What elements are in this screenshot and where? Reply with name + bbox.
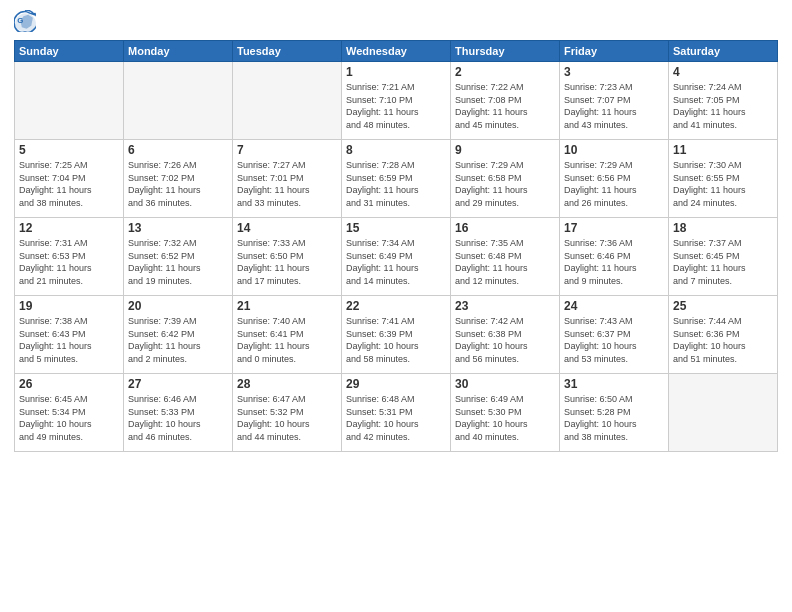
calendar-cell-18: 16Sunrise: 7:35 AM Sunset: 6:48 PM Dayli… bbox=[451, 218, 560, 296]
day-number: 14 bbox=[237, 221, 337, 235]
day-number: 28 bbox=[237, 377, 337, 391]
day-info: Sunrise: 7:39 AM Sunset: 6:42 PM Dayligh… bbox=[128, 315, 228, 365]
week-row-1: 1Sunrise: 7:21 AM Sunset: 7:10 PM Daylig… bbox=[15, 62, 778, 140]
day-info: Sunrise: 7:42 AM Sunset: 6:38 PM Dayligh… bbox=[455, 315, 555, 365]
day-number: 27 bbox=[128, 377, 228, 391]
calendar-cell-26: 24Sunrise: 7:43 AM Sunset: 6:37 PM Dayli… bbox=[560, 296, 669, 374]
day-number: 22 bbox=[346, 299, 446, 313]
day-info: Sunrise: 6:50 AM Sunset: 5:28 PM Dayligh… bbox=[564, 393, 664, 443]
day-number: 9 bbox=[455, 143, 555, 157]
day-info: Sunrise: 7:23 AM Sunset: 7:07 PM Dayligh… bbox=[564, 81, 664, 131]
calendar-cell-25: 23Sunrise: 7:42 AM Sunset: 6:38 PM Dayli… bbox=[451, 296, 560, 374]
calendar-cell-30: 28Sunrise: 6:47 AM Sunset: 5:32 PM Dayli… bbox=[233, 374, 342, 452]
day-number: 7 bbox=[237, 143, 337, 157]
calendar-cell-9: 7Sunrise: 7:27 AM Sunset: 7:01 PM Daylig… bbox=[233, 140, 342, 218]
day-info: Sunrise: 6:45 AM Sunset: 5:34 PM Dayligh… bbox=[19, 393, 119, 443]
week-row-4: 19Sunrise: 7:38 AM Sunset: 6:43 PM Dayli… bbox=[15, 296, 778, 374]
day-number: 4 bbox=[673, 65, 773, 79]
day-number: 3 bbox=[564, 65, 664, 79]
day-info: Sunrise: 7:24 AM Sunset: 7:05 PM Dayligh… bbox=[673, 81, 773, 131]
day-info: Sunrise: 6:46 AM Sunset: 5:33 PM Dayligh… bbox=[128, 393, 228, 443]
week-row-2: 5Sunrise: 7:25 AM Sunset: 7:04 PM Daylig… bbox=[15, 140, 778, 218]
calendar-cell-15: 13Sunrise: 7:32 AM Sunset: 6:52 PM Dayli… bbox=[124, 218, 233, 296]
col-header-friday: Friday bbox=[560, 41, 669, 62]
day-number: 2 bbox=[455, 65, 555, 79]
calendar-cell-11: 9Sunrise: 7:29 AM Sunset: 6:58 PM Daylig… bbox=[451, 140, 560, 218]
calendar-cell-5: 3Sunrise: 7:23 AM Sunset: 7:07 PM Daylig… bbox=[560, 62, 669, 140]
day-number: 16 bbox=[455, 221, 555, 235]
calendar-cell-16: 14Sunrise: 7:33 AM Sunset: 6:50 PM Dayli… bbox=[233, 218, 342, 296]
week-row-3: 12Sunrise: 7:31 AM Sunset: 6:53 PM Dayli… bbox=[15, 218, 778, 296]
calendar-cell-28: 26Sunrise: 6:45 AM Sunset: 5:34 PM Dayli… bbox=[15, 374, 124, 452]
day-info: Sunrise: 7:36 AM Sunset: 6:46 PM Dayligh… bbox=[564, 237, 664, 287]
calendar-cell-1 bbox=[124, 62, 233, 140]
day-number: 12 bbox=[19, 221, 119, 235]
day-number: 10 bbox=[564, 143, 664, 157]
logo-icon: G bbox=[14, 10, 36, 32]
calendar-cell-20: 18Sunrise: 7:37 AM Sunset: 6:45 PM Dayli… bbox=[669, 218, 778, 296]
col-header-wednesday: Wednesday bbox=[342, 41, 451, 62]
day-number: 11 bbox=[673, 143, 773, 157]
calendar-cell-34 bbox=[669, 374, 778, 452]
svg-text:G: G bbox=[17, 16, 23, 25]
day-info: Sunrise: 7:29 AM Sunset: 6:56 PM Dayligh… bbox=[564, 159, 664, 209]
day-number: 29 bbox=[346, 377, 446, 391]
day-number: 17 bbox=[564, 221, 664, 235]
day-number: 15 bbox=[346, 221, 446, 235]
calendar-cell-32: 30Sunrise: 6:49 AM Sunset: 5:30 PM Dayli… bbox=[451, 374, 560, 452]
col-header-saturday: Saturday bbox=[669, 41, 778, 62]
calendar-cell-3: 1Sunrise: 7:21 AM Sunset: 7:10 PM Daylig… bbox=[342, 62, 451, 140]
calendar-header-row: SundayMondayTuesdayWednesdayThursdayFrid… bbox=[15, 41, 778, 62]
calendar-cell-4: 2Sunrise: 7:22 AM Sunset: 7:08 PM Daylig… bbox=[451, 62, 560, 140]
day-number: 1 bbox=[346, 65, 446, 79]
day-info: Sunrise: 7:33 AM Sunset: 6:50 PM Dayligh… bbox=[237, 237, 337, 287]
calendar-cell-17: 15Sunrise: 7:34 AM Sunset: 6:49 PM Dayli… bbox=[342, 218, 451, 296]
day-info: Sunrise: 7:43 AM Sunset: 6:37 PM Dayligh… bbox=[564, 315, 664, 365]
week-row-5: 26Sunrise: 6:45 AM Sunset: 5:34 PM Dayli… bbox=[15, 374, 778, 452]
day-info: Sunrise: 7:27 AM Sunset: 7:01 PM Dayligh… bbox=[237, 159, 337, 209]
calendar-cell-21: 19Sunrise: 7:38 AM Sunset: 6:43 PM Dayli… bbox=[15, 296, 124, 374]
calendar-cell-14: 12Sunrise: 7:31 AM Sunset: 6:53 PM Dayli… bbox=[15, 218, 124, 296]
day-info: Sunrise: 7:40 AM Sunset: 6:41 PM Dayligh… bbox=[237, 315, 337, 365]
calendar-cell-6: 4Sunrise: 7:24 AM Sunset: 7:05 PM Daylig… bbox=[669, 62, 778, 140]
calendar-cell-10: 8Sunrise: 7:28 AM Sunset: 6:59 PM Daylig… bbox=[342, 140, 451, 218]
day-number: 21 bbox=[237, 299, 337, 313]
calendar-cell-13: 11Sunrise: 7:30 AM Sunset: 6:55 PM Dayli… bbox=[669, 140, 778, 218]
calendar-cell-23: 21Sunrise: 7:40 AM Sunset: 6:41 PM Dayli… bbox=[233, 296, 342, 374]
day-info: Sunrise: 7:41 AM Sunset: 6:39 PM Dayligh… bbox=[346, 315, 446, 365]
calendar-cell-7: 5Sunrise: 7:25 AM Sunset: 7:04 PM Daylig… bbox=[15, 140, 124, 218]
day-info: Sunrise: 7:29 AM Sunset: 6:58 PM Dayligh… bbox=[455, 159, 555, 209]
calendar-cell-22: 20Sunrise: 7:39 AM Sunset: 6:42 PM Dayli… bbox=[124, 296, 233, 374]
day-info: Sunrise: 7:25 AM Sunset: 7:04 PM Dayligh… bbox=[19, 159, 119, 209]
day-info: Sunrise: 7:37 AM Sunset: 6:45 PM Dayligh… bbox=[673, 237, 773, 287]
logo: G bbox=[14, 10, 40, 32]
calendar-cell-2 bbox=[233, 62, 342, 140]
calendar-table: SundayMondayTuesdayWednesdayThursdayFrid… bbox=[14, 40, 778, 452]
day-info: Sunrise: 7:31 AM Sunset: 6:53 PM Dayligh… bbox=[19, 237, 119, 287]
col-header-monday: Monday bbox=[124, 41, 233, 62]
calendar-container: G SundayMondayTuesdayWednesdayThursdayFr… bbox=[0, 0, 792, 612]
calendar-cell-33: 31Sunrise: 6:50 AM Sunset: 5:28 PM Dayli… bbox=[560, 374, 669, 452]
day-info: Sunrise: 7:38 AM Sunset: 6:43 PM Dayligh… bbox=[19, 315, 119, 365]
day-number: 23 bbox=[455, 299, 555, 313]
day-info: Sunrise: 7:21 AM Sunset: 7:10 PM Dayligh… bbox=[346, 81, 446, 131]
calendar-cell-12: 10Sunrise: 7:29 AM Sunset: 6:56 PM Dayli… bbox=[560, 140, 669, 218]
day-info: Sunrise: 7:32 AM Sunset: 6:52 PM Dayligh… bbox=[128, 237, 228, 287]
day-info: Sunrise: 6:47 AM Sunset: 5:32 PM Dayligh… bbox=[237, 393, 337, 443]
day-number: 6 bbox=[128, 143, 228, 157]
day-info: Sunrise: 7:44 AM Sunset: 6:36 PM Dayligh… bbox=[673, 315, 773, 365]
day-number: 8 bbox=[346, 143, 446, 157]
day-number: 5 bbox=[19, 143, 119, 157]
day-number: 30 bbox=[455, 377, 555, 391]
day-number: 20 bbox=[128, 299, 228, 313]
day-info: Sunrise: 7:22 AM Sunset: 7:08 PM Dayligh… bbox=[455, 81, 555, 131]
day-number: 18 bbox=[673, 221, 773, 235]
calendar-cell-24: 22Sunrise: 7:41 AM Sunset: 6:39 PM Dayli… bbox=[342, 296, 451, 374]
col-header-sunday: Sunday bbox=[15, 41, 124, 62]
day-number: 13 bbox=[128, 221, 228, 235]
day-number: 31 bbox=[564, 377, 664, 391]
day-number: 19 bbox=[19, 299, 119, 313]
calendar-cell-19: 17Sunrise: 7:36 AM Sunset: 6:46 PM Dayli… bbox=[560, 218, 669, 296]
day-info: Sunrise: 6:49 AM Sunset: 5:30 PM Dayligh… bbox=[455, 393, 555, 443]
calendar-cell-29: 27Sunrise: 6:46 AM Sunset: 5:33 PM Dayli… bbox=[124, 374, 233, 452]
